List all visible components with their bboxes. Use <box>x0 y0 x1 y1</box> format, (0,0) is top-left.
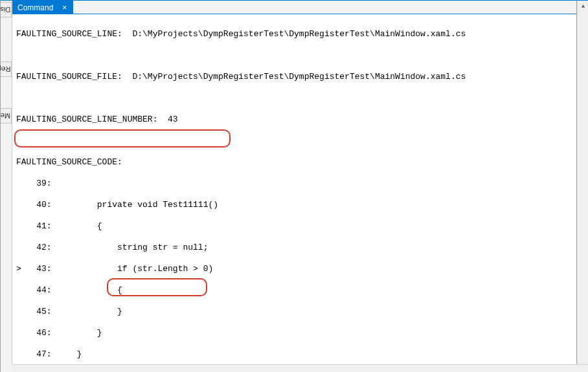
side-tab-well: Disassembly Registers Memory 0 <box>1 1 12 372</box>
output-line <box>16 136 574 147</box>
close-icon[interactable]: × <box>60 4 69 12</box>
main-panel: Command × FAULTING_SOURCE_LINE: D:\MyPro… <box>12 1 577 372</box>
tab-label: Command <box>17 3 53 12</box>
command-output[interactable]: FAULTING_SOURCE_LINE: D:\MyProjects\Dymp… <box>12 14 576 372</box>
output-line: 41: { <box>16 221 574 232</box>
output-line: 40: private void Test11111() <box>16 200 574 211</box>
side-tab-disassembly[interactable]: Disassembly <box>1 2 12 17</box>
output-line: 47: } <box>16 349 574 360</box>
output-line: 42: string str = null; <box>16 243 574 254</box>
output-line: 44: { <box>16 285 574 296</box>
vertical-scrollbar[interactable]: ▲ ▼ <box>577 1 588 372</box>
output-line: 39: <box>16 179 574 190</box>
tab-bar: Command × <box>12 1 576 14</box>
output-line: FAULTING_SOURCE_LINE_NUMBER: 43 <box>16 115 574 126</box>
output-line: FAULTING_SOURCE_FILE: D:\MyProjects\Dymp… <box>16 72 574 83</box>
output-line: 45: } <box>16 307 574 318</box>
output-line: FAULTING_SOURCE_LINE: D:\MyProjects\Dymp… <box>16 29 574 40</box>
side-tab-memory0[interactable]: Memory 0 <box>1 108 12 124</box>
bottom-strip <box>12 364 588 372</box>
tab-command[interactable]: Command × <box>12 0 73 14</box>
output-line <box>16 50 574 61</box>
output-line: > 43: if (str.Length > 0) <box>16 264 574 275</box>
window-frame: Disassembly Registers Memory 0 Command ×… <box>0 0 588 372</box>
output-line: 46: } <box>16 328 574 339</box>
side-tab-registers[interactable]: Registers <box>1 61 12 77</box>
scroll-up-icon[interactable]: ▲ <box>578 1 588 12</box>
output-line <box>16 93 574 104</box>
output-line: FAULTING_SOURCE_CODE: <box>16 157 574 168</box>
